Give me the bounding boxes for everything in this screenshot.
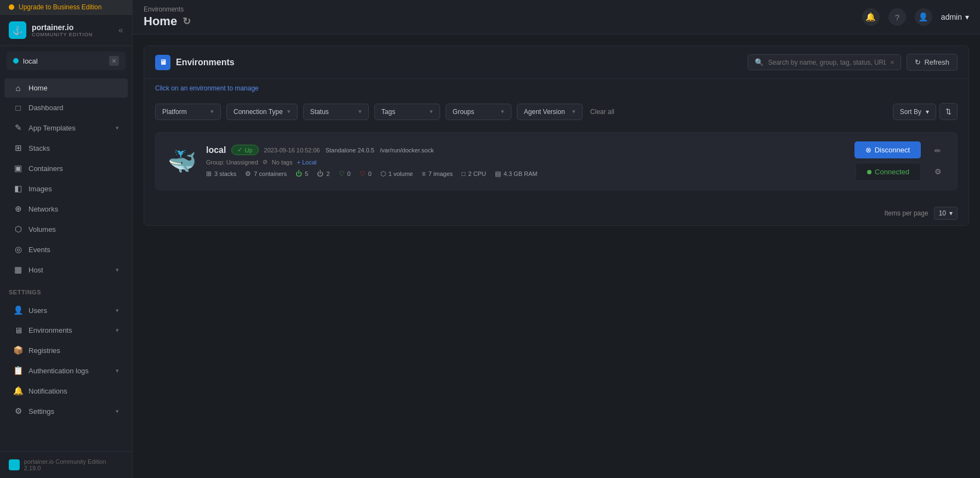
items-per-page-label: Items per page: [885, 209, 928, 217]
sidebar-footer: portainer.io Community Edition 2.19.0: [0, 451, 132, 478]
env-no-tags: No tags: [272, 159, 293, 166]
search-box[interactable]: 🔍 ×: [748, 54, 901, 70]
notifications-bell-button[interactable]: 🔔: [862, 8, 880, 26]
sidebar-item-environments[interactable]: 🖥 Environments ▾: [4, 321, 128, 340]
sidebar-item-host[interactable]: ▦ Host ▾: [4, 260, 128, 280]
sort-order-button[interactable]: ⇅: [939, 103, 958, 120]
env-hint: Click on an environment to manage: [144, 79, 968, 98]
sidebar-item-events-label: Events: [29, 246, 119, 254]
search-clear-icon[interactable]: ×: [890, 58, 894, 66]
groups-filter[interactable]: Groups ▾: [446, 104, 511, 120]
sidebar-item-registries[interactable]: 📦 Registries: [4, 340, 128, 360]
users-arrow-icon: ▾: [116, 307, 119, 314]
main-nav: ⌂ Home □ Dashboard ✎ App Templates ▾ ⊞ S…: [0, 76, 132, 282]
edit-env-button[interactable]: ✏: [930, 143, 946, 159]
sidebar-item-volumes[interactable]: ⬡ Volumes: [4, 219, 128, 239]
sidebar-item-stacks[interactable]: ⊞ Stacks: [4, 138, 128, 158]
unhealthy-stat-icon: ♡: [360, 170, 366, 178]
sidebar-item-host-label: Host: [29, 266, 110, 274]
settings-arrow-icon: ▾: [116, 408, 119, 415]
connection-type-arrow-icon: ▾: [287, 108, 290, 115]
connection-type-filter[interactable]: Connection Type ▾: [226, 104, 298, 120]
env-settings-button[interactable]: ⚙: [930, 163, 946, 180]
healthy-stat: ♡ 0: [339, 170, 351, 178]
events-icon: ◎: [13, 244, 23, 254]
env-extra-actions: ✏ ⚙: [930, 143, 946, 180]
agent-version-filter[interactable]: Agent Version ▾: [517, 104, 583, 120]
stopped-stat-value: 2: [326, 170, 329, 177]
tags-label: Tags: [381, 108, 395, 116]
sort-by-dropdown[interactable]: Sort By ▾: [893, 104, 936, 120]
sort-by-area: Sort By ▾ ⇅: [893, 103, 958, 120]
containers-stat: ⚙ 7 containers: [245, 170, 287, 178]
items-per-page-select[interactable]: 10 ▾: [934, 207, 958, 220]
status-check-icon: ✓: [237, 146, 242, 153]
content-area: 🖥 Environments 🔍 × ↻ Refresh: [133, 35, 980, 478]
disconnect-button[interactable]: ⊗ Disconnect: [854, 141, 921, 158]
env-row-title: local ✓ Up 2023-09-16 10:52:06 Standalon…: [206, 145, 846, 155]
local-env-pill[interactable]: local ×: [7, 52, 126, 70]
tags-filter[interactable]: Tags ▾: [374, 104, 440, 120]
sidebar-item-containers-label: Containers: [29, 164, 119, 173]
running-stat-icon: ⏻: [295, 170, 302, 178]
healthy-stat-icon: ♡: [339, 170, 345, 178]
groups-arrow-icon: ▾: [501, 108, 504, 115]
sidebar-item-networks-label: Networks: [29, 205, 119, 213]
sidebar-item-images[interactable]: ◧ Images: [4, 179, 128, 198]
clear-all-button[interactable]: Clear all: [588, 108, 617, 116]
refresh-btn-icon: ↻: [915, 58, 921, 66]
sidebar-item-images-label: Images: [29, 185, 119, 193]
sidebar-item-home[interactable]: ⌂ Home: [4, 78, 128, 98]
sidebar-item-notifications[interactable]: 🔔 Notifications: [4, 381, 128, 401]
env-timestamp: 2023-09-16 10:52:06: [264, 147, 320, 153]
networks-icon: ⊕: [13, 204, 23, 214]
sidebar-item-app-templates-label: App Templates: [29, 124, 110, 132]
logo-sub: COMMUNITY EDITION: [32, 32, 93, 37]
sidebar-item-events[interactable]: ◎ Events: [4, 240, 128, 259]
env-status-badge: ✓ Up: [231, 145, 258, 155]
help-button[interactable]: ?: [888, 8, 906, 26]
ram-stat-value: 4.3 GB RAM: [504, 170, 538, 177]
env-status-text: Up: [244, 147, 252, 153]
ram-stat-icon: ▤: [495, 170, 501, 178]
images-icon: ◧: [13, 184, 23, 194]
sidebar-item-auth-logs[interactable]: 📋 Authentication logs ▾: [4, 361, 128, 380]
environment-row[interactable]: 🐳 local ✓ Up 2023-09-16 10:52:06 Standal: [155, 132, 958, 190]
auth-logs-arrow-icon: ▾: [116, 367, 119, 374]
sidebar-item-app-templates[interactable]: ✎ App Templates ▾: [4, 118, 128, 138]
env-actions: ⊗ Disconnect Connected: [854, 141, 921, 181]
sidebar-logo: ⚓ portainer.io COMMUNITY EDITION «: [0, 15, 132, 46]
sidebar-item-settings[interactable]: ⚙ Settings ▾: [4, 401, 128, 421]
admin-menu-button[interactable]: admin ▾: [941, 13, 969, 21]
registries-icon: 📦: [13, 345, 23, 355]
sidebar-collapse-button[interactable]: «: [118, 25, 123, 35]
stopped-stat-icon: ⏻: [317, 170, 323, 178]
connected-dot: [867, 170, 871, 174]
items-per-page-arrow-icon: ▾: [949, 209, 953, 217]
logo-text: portainer.io COMMUNITY EDITION: [32, 23, 93, 37]
connected-button[interactable]: Connected: [856, 163, 921, 181]
env-close-button[interactable]: ×: [109, 56, 119, 66]
admin-chevron-icon: ▾: [965, 13, 969, 21]
status-filter[interactable]: Status ▾: [303, 104, 369, 120]
sidebar-item-stacks-label: Stacks: [29, 144, 119, 152]
settings-icon: ⚙: [13, 406, 23, 416]
sidebar-item-settings-label: Settings: [29, 407, 110, 416]
disconnect-label: Disconnect: [875, 146, 910, 154]
sidebar-item-containers[interactable]: ▣ Containers: [4, 158, 128, 178]
env-status-dot: [13, 58, 19, 64]
platform-filter[interactable]: Platform ▾: [155, 104, 221, 120]
card-title-text: Environments: [176, 58, 235, 67]
sidebar-item-networks[interactable]: ⊕ Networks: [4, 199, 128, 219]
refresh-button[interactable]: ↻ Refresh: [907, 54, 958, 71]
volumes-icon: ⬡: [13, 224, 23, 234]
sidebar-item-dashboard[interactable]: □ Dashboard: [4, 98, 128, 117]
search-input[interactable]: [768, 59, 885, 66]
page-refresh-icon[interactable]: ↻: [183, 15, 191, 27]
avatar[interactable]: 👤: [915, 8, 932, 26]
sidebar-item-users[interactable]: 👤 Users ▾: [4, 300, 128, 320]
upgrade-bar[interactable]: Upgrade to Business Edition: [0, 0, 133, 15]
sidebar-item-home-label: Home: [29, 84, 119, 92]
upgrade-label: Upgrade to Business Edition: [19, 3, 101, 11]
topbar-left: Environments Home ↻: [144, 5, 191, 29]
